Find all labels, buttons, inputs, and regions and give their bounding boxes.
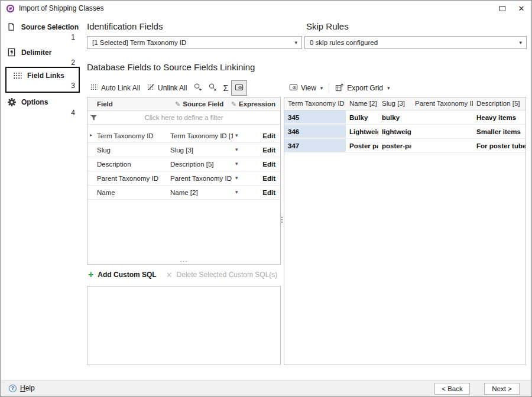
step-number: 2	[7, 58, 79, 67]
back-button[interactable]: < Back	[434, 383, 470, 395]
delete-cross-icon: ✕	[166, 271, 173, 279]
sigma-icon: Σ	[223, 83, 228, 93]
sidebar-step-options[interactable]: Options 4	[7, 97, 79, 117]
preview-column-header[interactable]: Slug [3]	[378, 97, 411, 110]
titlebar: Import of Shipping Classes	[1, 1, 531, 16]
filter-placeholder: Click here to define a filter	[87, 111, 280, 125]
source-field-dropdown[interactable]: Term Taxonomy ID [1]	[170, 132, 233, 139]
identification-dropdown-value: [1 Selected] Term Taxonomy ID	[92, 39, 186, 46]
chevron-down-icon: ▾	[235, 175, 238, 181]
pane-splitter[interactable]	[281, 217, 283, 229]
help-question-icon: ?	[9, 385, 17, 392]
source-field-dropdown[interactable]: Description [5]	[170, 161, 233, 168]
auto-link-all-button[interactable]: Auto Link All	[87, 82, 144, 94]
delimiter-icon	[7, 48, 17, 57]
column-header-expression[interactable]: ✎ Expression	[231, 100, 275, 108]
sidebar-step-delimiter[interactable]: Delimiter 2	[7, 48, 79, 67]
plus-icon: +	[88, 271, 93, 278]
step-label: Field Links	[27, 71, 64, 80]
field-name: Term Taxonomy ID	[97, 132, 154, 139]
preview-column-header[interactable]: Description [5]	[473, 97, 525, 110]
close-button[interactable]: ✕	[511, 1, 531, 16]
identification-fields-dropdown[interactable]: [1 Selected] Term Taxonomy ID ▾	[87, 36, 302, 49]
sidebar-step-source-selection[interactable]: Source Selection 1	[7, 22, 79, 41]
maximize-icon	[499, 6, 505, 11]
preview-eye-icon	[235, 83, 244, 93]
source-field-dropdown[interactable]: Slug [3]	[170, 147, 233, 154]
step-label: Source Selection	[21, 23, 79, 31]
column-header-field[interactable]: Field	[97, 100, 113, 108]
add-custom-sql-label: Add Custom SQL	[98, 271, 156, 279]
field-link-row[interactable]: ▸ Description Description [5] ▾ Edit	[87, 157, 280, 171]
step-label: Options	[21, 98, 48, 106]
chevron-down-icon: ▾	[387, 85, 390, 91]
expression-sigma-button[interactable]: Σ	[220, 82, 231, 95]
filter-funnel-icon	[90, 115, 97, 123]
preview-data-row[interactable]: 346 Lightweight lightweight Smaller item…	[284, 125, 525, 139]
preview-toggle-button[interactable]	[231, 80, 247, 96]
next-button[interactable]: Next >	[484, 383, 520, 395]
cell-term-taxonomy-id: 347	[284, 139, 346, 152]
source-preview-grid: Term Taxonomy ID [1] Name [2] Slug [3] P…	[284, 97, 526, 365]
sidebar-step-field-links-active[interactable]: Field Links 3	[5, 67, 80, 93]
edit-link[interactable]: Edit	[262, 132, 275, 139]
toolbar-divider	[329, 83, 329, 93]
field-link-row[interactable]: ▸ Parent Taxonomy ID Parent Taxonomy ID …	[87, 171, 280, 186]
cell-parent-taxonomy-id	[411, 110, 473, 124]
delete-custom-sql-label: Delete Selected Custom SQL(s)	[177, 271, 278, 279]
document-icon	[7, 22, 17, 31]
field-name: Description	[97, 161, 131, 168]
delete-custom-sql-button[interactable]: ✕ Delete Selected Custom SQL(s)	[166, 271, 278, 279]
preview-column-header[interactable]: Term Taxonomy ID [1]	[284, 97, 346, 110]
field-link-row[interactable]: ▸ Name Name [2] ▾ Edit	[87, 186, 280, 200]
custom-sql-list[interactable]	[87, 286, 281, 365]
column-header-source-field[interactable]: ✎ Source Field	[175, 100, 223, 108]
preview-eye-icon	[289, 83, 298, 93]
help-label: Help	[20, 384, 35, 392]
maximize-button[interactable]	[492, 1, 512, 16]
field-link-row[interactable]: ▸ Term Taxonomy ID Term Taxonomy ID [1] …	[87, 129, 280, 143]
edit-link[interactable]: Edit	[262, 147, 275, 154]
cell-term-taxonomy-id: 345	[284, 110, 346, 124]
remove-link-button[interactable]	[205, 81, 220, 95]
help-button[interactable]: ? Help	[9, 384, 35, 392]
cell-parent-taxonomy-id	[411, 139, 473, 152]
edit-link[interactable]: Edit	[262, 161, 275, 168]
edit-link[interactable]: Edit	[262, 189, 275, 196]
preview-column-header[interactable]: Name [2]	[346, 97, 378, 110]
chevron-down-icon: ▾	[519, 40, 522, 45]
unlink-all-button[interactable]: Unlink All	[144, 82, 190, 94]
chevron-down-icon: ▾	[294, 40, 297, 45]
source-field-dropdown[interactable]: Name [2]	[170, 189, 233, 196]
preview-data-row[interactable]: 345 Bulky bulky Heavy items	[284, 110, 525, 125]
skip-rules-dropdown-value: 0 skip rules configured	[310, 39, 378, 46]
unlink-icon	[147, 84, 155, 92]
add-link-button[interactable]	[190, 81, 205, 95]
skip-rules-dropdown[interactable]: 0 skip rules configured ▾	[304, 36, 527, 49]
close-icon: ✕	[518, 4, 525, 13]
linking-heading: Database Fields to Source Fields Linkini…	[87, 62, 255, 72]
field-name: Name	[97, 189, 115, 196]
field-link-row[interactable]: ▸ Slug Slug [3] ▾ Edit	[87, 143, 280, 157]
window-title: Import of Shipping Classes	[19, 4, 103, 12]
auto-link-icon	[90, 84, 98, 92]
cell-description: Smaller items	[473, 125, 525, 138]
add-custom-sql-button[interactable]: + Add Custom SQL	[88, 271, 157, 279]
preview-toolbar: View ▾ Export Grid ▾	[286, 80, 394, 95]
pencil-icon: ✎	[175, 100, 180, 108]
source-field-dropdown[interactable]: Parent Taxonomy ID [4]	[170, 175, 233, 182]
chevron-down-icon: ▾	[235, 147, 238, 152]
export-grid-button[interactable]: Export Grid ▾	[332, 81, 393, 95]
preview-column-header[interactable]: Parent Taxonomy ID [4]	[411, 97, 473, 110]
field-links-rows: ▸ Term Taxonomy ID Term Taxonomy ID [1] …	[87, 129, 280, 200]
cell-name: Bulky	[346, 110, 378, 124]
filter-row[interactable]: Click here to define a filter	[87, 111, 280, 125]
view-menu-button[interactable]: View ▾	[286, 81, 326, 95]
grid-spacer	[87, 125, 280, 129]
grid-resize-grip[interactable]: ···	[180, 259, 188, 264]
preview-grid-header: Term Taxonomy ID [1] Name [2] Slug [3] P…	[284, 97, 525, 110]
edit-link[interactable]: Edit	[262, 175, 275, 182]
dialog-window: Import of Shipping Classes ✕ Source Sele…	[0, 0, 532, 397]
preview-data-row[interactable]: 347 Poster pack poster-pack For poster t…	[284, 139, 525, 153]
cell-name: Lightweight	[346, 125, 378, 138]
